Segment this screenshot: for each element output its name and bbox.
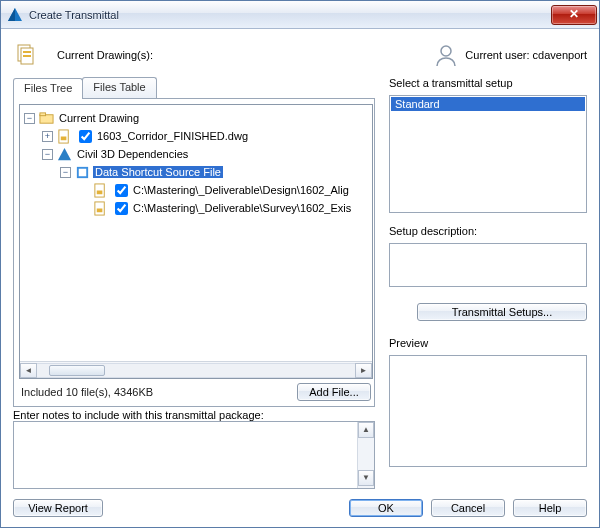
horizontal-scrollbar[interactable]: ◄ ►	[20, 361, 372, 378]
scroll-down-icon[interactable]: ▼	[358, 470, 374, 486]
dwg-icon	[93, 201, 108, 216]
window-title: Create Transmittal	[29, 9, 551, 21]
folder-icon	[39, 111, 54, 126]
current-drawings-label: Current Drawing(s):	[57, 49, 153, 61]
tab-files-table[interactable]: Files Table	[82, 77, 156, 98]
ok-button[interactable]: OK	[349, 499, 423, 517]
tree-label: C:\Mastering\_Deliverable\Survey\1602_Ex…	[131, 202, 353, 214]
notes-label: Enter notes to include with this transmi…	[13, 409, 375, 421]
scroll-thumb[interactable]	[49, 365, 105, 376]
tree-node-deps[interactable]: − Civil 3D Dependencies	[42, 145, 370, 163]
cancel-button[interactable]: Cancel	[431, 499, 505, 517]
setup-description-box	[389, 243, 587, 287]
source-icon	[75, 165, 90, 180]
dwg-icon	[57, 129, 72, 144]
notes-textarea[interactable]: ▲ ▼	[13, 421, 375, 489]
add-file-button[interactable]: Add File...	[297, 383, 371, 401]
scroll-up-icon[interactable]: ▲	[358, 422, 374, 438]
scroll-track[interactable]	[37, 363, 355, 378]
svg-marker-1	[8, 8, 15, 21]
tree-label: 1603_Corridor_FINISHED.dwg	[95, 130, 250, 142]
civil3d-icon	[57, 147, 72, 162]
file-tabs: Files Tree Files Table	[13, 77, 375, 98]
tree-node-file[interactable]: C:\Mastering\_Deliverable\Design\1602_Al…	[78, 181, 370, 199]
tree-node-file[interactable]: C:\Mastering\_Deliverable\Survey\1602_Ex…	[78, 199, 370, 217]
tree-checkbox[interactable]	[79, 130, 92, 143]
view-report-button[interactable]: View Report	[13, 499, 103, 517]
tree-checkbox[interactable]	[115, 202, 128, 215]
transmittal-setups-button[interactable]: Transmittal Setups...	[417, 303, 587, 321]
svg-marker-11	[58, 147, 71, 159]
svg-rect-15	[97, 190, 103, 194]
svg-rect-10	[61, 136, 67, 140]
documents-icon	[13, 42, 39, 68]
files-tree[interactable]: − Current Drawing +	[20, 105, 372, 361]
tree-node-root[interactable]: − Current Drawing	[24, 109, 370, 127]
svg-point-6	[441, 46, 451, 56]
svg-rect-17	[97, 208, 103, 212]
collapse-icon[interactable]: −	[60, 167, 71, 178]
preview-box	[389, 355, 587, 467]
help-button[interactable]: Help	[513, 499, 587, 517]
scroll-right-icon[interactable]: ►	[355, 363, 372, 378]
tree-label: Current Drawing	[57, 112, 141, 124]
collapse-icon[interactable]: −	[24, 113, 35, 124]
tree-node-dwg[interactable]: + 1603_Corridor_FINISHED.dwg	[42, 127, 370, 145]
create-transmittal-dialog: Create Transmittal ✕ Current Drawing(s):…	[0, 0, 600, 528]
svg-rect-8	[40, 112, 46, 115]
tree-checkbox[interactable]	[115, 184, 128, 197]
tab-files-tree[interactable]: Files Tree	[13, 78, 83, 99]
select-setup-label: Select a transmittal setup	[389, 77, 587, 89]
dwg-icon	[93, 183, 108, 198]
expand-icon[interactable]: +	[42, 131, 53, 142]
transmittal-setup-list[interactable]: Standard	[389, 95, 587, 213]
close-button[interactable]: ✕	[551, 5, 597, 25]
tree-label-selected: Data Shortcut Source File	[93, 166, 223, 178]
setup-item-standard[interactable]: Standard	[391, 97, 585, 111]
user-icon	[433, 42, 459, 68]
current-user-label: Current user: cdavenport	[465, 49, 587, 61]
included-files-status: Included 10 file(s), 4346KB	[21, 386, 297, 398]
title-bar: Create Transmittal ✕	[1, 1, 599, 29]
tree-label: C:\Mastering\_Deliverable\Design\1602_Al…	[131, 184, 351, 196]
tree-label: Civil 3D Dependencies	[75, 148, 190, 160]
app-icon	[7, 7, 23, 23]
collapse-icon[interactable]: −	[42, 149, 53, 160]
vertical-scrollbar[interactable]: ▲ ▼	[357, 422, 374, 488]
setup-description-label: Setup description:	[389, 225, 587, 237]
scroll-left-icon[interactable]: ◄	[20, 363, 37, 378]
svg-rect-4	[23, 51, 31, 53]
svg-rect-5	[23, 55, 31, 57]
tree-node-source[interactable]: − Data Shortcut Source File	[60, 163, 370, 181]
svg-rect-13	[79, 168, 87, 176]
preview-label: Preview	[389, 337, 587, 349]
